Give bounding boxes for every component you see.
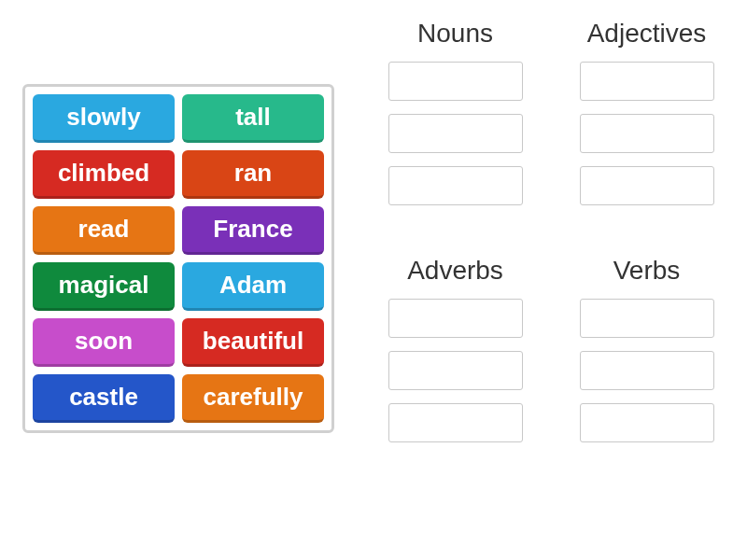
word-tile-beautiful[interactable]: beautiful: [182, 318, 324, 367]
category-nouns: Nouns: [374, 19, 537, 218]
drop-slot[interactable]: [388, 403, 523, 442]
word-tile-climbed[interactable]: climbed: [33, 150, 175, 199]
word-tile-magical[interactable]: magical: [33, 262, 175, 311]
category-adjectives: Adjectives: [565, 19, 728, 218]
word-tile-adam[interactable]: Adam: [182, 262, 324, 311]
word-tile-carefully[interactable]: carefully: [182, 374, 324, 423]
categories-grid: NounsAdjectivesAdverbsVerbs: [374, 19, 728, 455]
drop-slot[interactable]: [388, 299, 523, 338]
word-tile-slowly[interactable]: slowly: [33, 94, 175, 143]
word-tile-read[interactable]: read: [33, 206, 175, 255]
category-verbs: Verbs: [565, 256, 728, 455]
category-title: Adverbs: [407, 256, 503, 286]
drop-slot[interactable]: [580, 114, 714, 153]
word-tile-ran[interactable]: ran: [182, 150, 324, 199]
category-title: Verbs: [613, 256, 681, 286]
drop-slot[interactable]: [388, 62, 523, 101]
drop-slot[interactable]: [580, 299, 714, 338]
category-adverbs: Adverbs: [374, 256, 537, 455]
word-bank: slowlytallclimbedranreadFrancemagicalAda…: [22, 84, 334, 433]
drop-slot[interactable]: [388, 114, 523, 153]
drop-slot[interactable]: [580, 351, 714, 390]
word-tile-soon[interactable]: soon: [33, 318, 175, 367]
drop-slot[interactable]: [580, 166, 714, 205]
word-tile-france[interactable]: France: [182, 206, 324, 255]
drop-slot[interactable]: [388, 166, 523, 205]
word-tile-castle[interactable]: castle: [33, 374, 175, 423]
category-title: Nouns: [417, 19, 493, 49]
category-title: Adjectives: [587, 19, 707, 49]
drop-slot[interactable]: [580, 62, 714, 101]
word-tile-tall[interactable]: tall: [182, 94, 324, 143]
drop-slot[interactable]: [388, 351, 523, 390]
drop-slot[interactable]: [580, 403, 714, 442]
